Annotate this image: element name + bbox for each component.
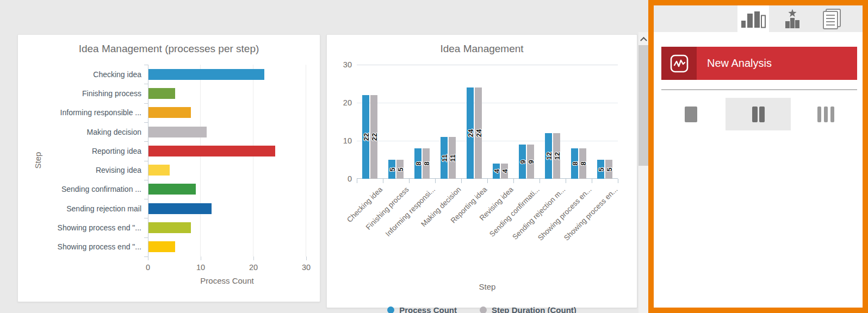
horizontal-bar-plot xyxy=(148,65,306,256)
legend-dot xyxy=(480,306,487,313)
value-label: 9 xyxy=(526,160,535,164)
vertical-scrollbar[interactable] xyxy=(638,32,649,313)
gridline xyxy=(200,65,201,256)
bar-12[interactable] xyxy=(148,203,212,214)
three-column-icon xyxy=(830,107,834,122)
bar-chart-icon xyxy=(741,10,766,28)
layout-option-two-column[interactable] xyxy=(726,98,791,130)
chart-legend: Process Count Step Duration (Count) xyxy=(327,305,637,313)
bar-24[interactable] xyxy=(148,146,275,156)
analysis-side-panel: New Analysis xyxy=(648,0,868,313)
x-axis-tick xyxy=(148,256,148,260)
value-label: 12 xyxy=(553,152,561,160)
value-label: 22 xyxy=(362,133,370,141)
x-axis-tick xyxy=(487,179,488,183)
bar-8[interactable] xyxy=(148,107,191,118)
vertical-bar-plot: 2222558811112424449912128855 xyxy=(357,65,618,179)
bar-9[interactable] xyxy=(148,184,196,195)
x-category-label: Sending confirmati... xyxy=(488,185,541,239)
scrollbar-thumb[interactable] xyxy=(638,45,649,166)
x-axis-tick xyxy=(566,179,566,183)
chart-card-idea-management: Idea Management 222255881111242444991212… xyxy=(326,34,637,308)
value-label: 11 xyxy=(440,154,448,162)
scroll-up-button[interactable] xyxy=(638,32,649,45)
x-tick-label: 20 xyxy=(243,263,264,272)
value-label: 22 xyxy=(370,133,378,141)
layout-option-three-column[interactable] xyxy=(793,98,858,130)
panel-divider xyxy=(661,89,857,90)
new-analysis-button[interactable]: New Analysis xyxy=(661,47,857,80)
legend-item-process-count[interactable]: Process Count xyxy=(387,305,457,313)
y-tick-label: 30 xyxy=(331,60,352,70)
two-column-icon xyxy=(752,107,758,122)
x-axis-title: Process Count xyxy=(148,276,306,285)
new-analysis-icon-box xyxy=(661,47,697,80)
category-label: Showing process end "... xyxy=(18,237,148,256)
x-tick-label: 0 xyxy=(137,263,159,272)
dashboard: Idea Management (processes per step) Ste… xyxy=(0,0,868,313)
category-label: Showing process end "... xyxy=(18,218,148,237)
gridline xyxy=(357,103,618,103)
new-analysis-label: New Analysis xyxy=(707,57,772,70)
bar-11[interactable] xyxy=(148,127,207,137)
value-label: 8 xyxy=(579,161,587,165)
layout-option-one-column[interactable] xyxy=(658,98,723,130)
category-label: Sending confirmation ... xyxy=(18,180,148,199)
bar-4[interactable] xyxy=(148,165,170,176)
chart-title: Idea Management xyxy=(327,43,637,55)
value-label: 9 xyxy=(518,160,526,164)
value-label: 5 xyxy=(605,167,613,171)
x-axis-tick xyxy=(592,179,592,183)
value-label: 8 xyxy=(414,161,422,165)
value-label: 4 xyxy=(500,169,509,173)
x-axis-tick xyxy=(357,179,357,183)
category-label: Making decision xyxy=(18,122,148,141)
x-axis-title: Step xyxy=(357,282,618,291)
x-tick-label: 30 xyxy=(295,263,317,272)
x-tick-label: 10 xyxy=(190,263,212,272)
value-label: 12 xyxy=(544,152,553,160)
gridline xyxy=(357,65,618,65)
y-tick-label: 0 xyxy=(331,174,352,184)
line-chart-icon xyxy=(670,54,689,73)
value-label: 11 xyxy=(448,154,456,162)
x-axis-tick xyxy=(253,256,254,260)
chevron-up-icon xyxy=(640,36,647,43)
bar-22[interactable] xyxy=(148,69,264,80)
x-axis-tick xyxy=(409,179,410,183)
legend-dot xyxy=(387,306,394,313)
bar-8[interactable] xyxy=(148,222,191,233)
y-axis-tick xyxy=(144,256,148,257)
category-label: Finishing process xyxy=(18,84,148,103)
value-label: 24 xyxy=(474,129,482,137)
bar-5[interactable] xyxy=(148,88,175,99)
bar-5[interactable] xyxy=(148,241,175,252)
value-label: 5 xyxy=(396,167,404,171)
chart-card-processes-per-step: Idea Management (processes per step) Ste… xyxy=(17,34,320,302)
x-axis-tick xyxy=(435,179,436,183)
tab-report[interactable] xyxy=(816,5,847,32)
gridline xyxy=(306,65,306,256)
x-axis-tick xyxy=(513,179,514,183)
three-column-icon xyxy=(824,107,828,122)
tab-charts[interactable] xyxy=(737,5,769,32)
gridline xyxy=(253,65,253,256)
legend-item-step-duration[interactable]: Step Duration (Count) xyxy=(480,305,576,313)
x-axis-tick xyxy=(383,179,383,183)
category-label: Sending rejection mail xyxy=(18,199,148,218)
x-axis-tick xyxy=(540,179,540,183)
legend-label: Step Duration (Count) xyxy=(492,305,576,313)
three-column-icon xyxy=(817,107,821,122)
x-axis-tick xyxy=(201,256,201,260)
value-label: 8 xyxy=(422,161,430,165)
value-label: 5 xyxy=(388,167,396,171)
two-column-icon xyxy=(759,107,765,122)
value-label: 4 xyxy=(492,169,500,173)
report-icon xyxy=(821,8,842,30)
value-label: 24 xyxy=(466,129,474,137)
x-axis-tick xyxy=(461,179,462,183)
y-tick-label: 20 xyxy=(331,98,352,108)
y-tick-label: 10 xyxy=(331,136,352,146)
tab-ranking[interactable] xyxy=(777,5,808,32)
x-axis-tick xyxy=(306,256,307,260)
